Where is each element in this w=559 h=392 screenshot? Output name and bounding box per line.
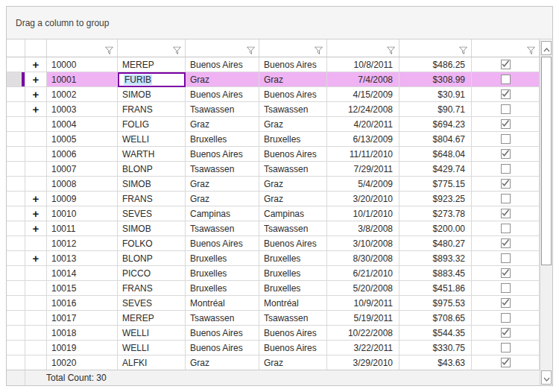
checked-checkbox[interactable] bbox=[501, 209, 511, 218]
expand-icon[interactable]: + bbox=[33, 74, 40, 85]
checked-checkbox[interactable] bbox=[501, 268, 511, 278]
cell-order_id[interactable]: 10000 bbox=[47, 57, 118, 72]
expand-icon[interactable]: + bbox=[33, 59, 40, 70]
cell-customer[interactable]: WELLI bbox=[118, 341, 186, 355]
cell-is_closed[interactable] bbox=[472, 102, 540, 117]
cell-ship_city[interactable]: Bruxelles bbox=[186, 281, 259, 296]
row-expand-cell[interactable] bbox=[25, 281, 47, 296]
row-expand-cell[interactable] bbox=[25, 177, 47, 192]
cell-ship_country[interactable]: Tsawassen bbox=[259, 162, 327, 177]
cell-is_closed[interactable] bbox=[472, 326, 540, 341]
cell-customer[interactable]: WARTH bbox=[118, 147, 186, 162]
column-header-ship_country[interactable] bbox=[259, 39, 327, 57]
cell-ship_country[interactable]: Bruxelles bbox=[259, 281, 327, 296]
unchecked-checkbox[interactable] bbox=[501, 194, 511, 203]
filter-icon[interactable] bbox=[527, 44, 535, 52]
cell-ship_country[interactable]: Graz bbox=[259, 177, 327, 192]
cell-customer[interactable]: WELLI bbox=[118, 132, 186, 147]
cell-shipping_date[interactable]: 5/4/2009 bbox=[327, 177, 399, 192]
vertical-scrollbar[interactable] bbox=[540, 40, 552, 385]
cell-customer[interactable]: WELLI bbox=[118, 326, 186, 341]
cell-editor-text[interactable]: FURIB bbox=[124, 75, 152, 85]
cell-ship_country[interactable]: Bruxelles bbox=[259, 266, 327, 281]
cell-ship_country[interactable]: Montréal bbox=[259, 296, 327, 311]
cell-ship_country[interactable]: Buenos Aires bbox=[259, 341, 327, 355]
cell-ship_country[interactable]: Campinas bbox=[259, 206, 327, 221]
cell-freight[interactable]: $648.04 bbox=[399, 147, 472, 162]
cell-is_closed[interactable] bbox=[472, 132, 540, 147]
row-selector-cell[interactable] bbox=[7, 266, 25, 281]
checked-checkbox[interactable] bbox=[501, 238, 511, 248]
column-header-freight[interactable] bbox=[399, 39, 472, 57]
cell-ship_country[interactable]: Tsawassen bbox=[259, 311, 327, 326]
cell-ship_country[interactable]: Bruxelles bbox=[259, 132, 327, 147]
cell-order_id[interactable]: 10014 bbox=[47, 266, 118, 281]
row-selector-cell[interactable] bbox=[7, 311, 25, 326]
unchecked-checkbox[interactable] bbox=[501, 283, 511, 293]
cell-freight[interactable]: $923.25 bbox=[399, 192, 472, 206]
cell-ship_country[interactable]: Buenos Aires bbox=[259, 326, 327, 341]
cell-customer[interactable]: FOLIG bbox=[118, 117, 186, 132]
unchecked-checkbox[interactable] bbox=[501, 134, 511, 144]
cell-freight[interactable]: $90.71 bbox=[399, 102, 472, 117]
cell-ship_city[interactable]: Buenos Aires bbox=[186, 87, 259, 102]
cell-customer[interactable]: BLONP bbox=[118, 251, 186, 266]
cell-ship_country[interactable]: Buenos Aires bbox=[259, 147, 327, 162]
column-header-shipping_date[interactable] bbox=[327, 39, 399, 57]
column-header-is_closed[interactable] bbox=[472, 39, 540, 57]
expand-icon[interactable]: + bbox=[33, 208, 40, 219]
filter-icon[interactable] bbox=[315, 44, 323, 52]
unchecked-checkbox[interactable] bbox=[501, 164, 511, 174]
cell-order_id[interactable]: 10004 bbox=[47, 117, 118, 132]
cell-ship_country[interactable]: Bruxelles bbox=[259, 251, 327, 266]
row-selector-cell[interactable] bbox=[7, 326, 25, 341]
cell-ship_city[interactable]: Tsawassen bbox=[186, 311, 259, 326]
cell-order_id[interactable]: 10020 bbox=[47, 355, 118, 370]
cell-order_id[interactable]: 10009 bbox=[47, 192, 118, 206]
row-expand-cell[interactable] bbox=[25, 147, 47, 162]
cell-customer[interactable]: SIMOB bbox=[118, 221, 186, 236]
row-expand-cell[interactable]: + bbox=[25, 221, 47, 236]
row-selector-cell[interactable] bbox=[7, 147, 25, 162]
cell-ship_country[interactable]: Tsawassen bbox=[259, 102, 327, 117]
cell-shipping_date[interactable]: 7/4/2008 bbox=[327, 72, 399, 87]
row-expand-cell[interactable]: + bbox=[25, 72, 47, 87]
cell-ship_city[interactable]: Graz bbox=[186, 72, 259, 87]
row-expand-cell[interactable] bbox=[25, 162, 47, 177]
cell-ship_country[interactable]: Graz bbox=[259, 192, 327, 206]
cell-customer[interactable]: ALFKI bbox=[118, 355, 186, 370]
cell-ship_country[interactable]: Tsawassen bbox=[259, 221, 327, 236]
row-selector-cell[interactable] bbox=[7, 281, 25, 296]
checked-checkbox[interactable] bbox=[501, 298, 511, 308]
unchecked-checkbox[interactable] bbox=[501, 224, 511, 233]
cell-freight[interactable]: $883.45 bbox=[399, 266, 472, 281]
cell-shipping_date[interactable]: 3/20/2010 bbox=[327, 192, 399, 206]
cell-shipping_date[interactable]: 4/20/2011 bbox=[327, 117, 399, 132]
cell-ship_city[interactable]: Buenos Aires bbox=[186, 57, 259, 72]
cell-is_closed[interactable] bbox=[472, 266, 540, 281]
checked-checkbox[interactable] bbox=[501, 328, 511, 338]
row-selector-cell[interactable] bbox=[7, 117, 25, 132]
cell-shipping_date[interactable]: 8/30/2008 bbox=[327, 251, 399, 266]
cell-ship_city[interactable]: Buenos Aires bbox=[186, 236, 259, 251]
row-selector-cell[interactable] bbox=[7, 162, 25, 177]
cell-customer[interactable]: PICCO bbox=[118, 266, 186, 281]
unchecked-checkbox[interactable] bbox=[501, 313, 511, 323]
row-expand-cell[interactable] bbox=[25, 117, 47, 132]
cell-is_closed[interactable] bbox=[472, 341, 540, 355]
row-expand-cell[interactable]: + bbox=[25, 57, 47, 72]
cell-ship_city[interactable]: Bruxelles bbox=[186, 251, 259, 266]
checked-checkbox[interactable] bbox=[501, 89, 511, 99]
filter-icon[interactable] bbox=[105, 44, 113, 52]
cell-is_closed[interactable] bbox=[472, 72, 540, 87]
cell-shipping_date[interactable]: 10/22/2008 bbox=[327, 326, 399, 341]
cell-shipping_date[interactable]: 3/10/2008 bbox=[327, 236, 399, 251]
row-selector-cell[interactable] bbox=[7, 341, 25, 355]
cell-ship_country[interactable]: Graz bbox=[259, 72, 327, 87]
row-expand-cell[interactable]: + bbox=[25, 192, 47, 206]
scroll-down-button[interactable] bbox=[541, 370, 552, 385]
cell-order_id[interactable]: 10019 bbox=[47, 341, 118, 355]
cell-order_id[interactable]: 10006 bbox=[47, 147, 118, 162]
row-expand-cell[interactable]: + bbox=[25, 206, 47, 221]
cell-freight[interactable]: $43.63 bbox=[399, 355, 472, 370]
